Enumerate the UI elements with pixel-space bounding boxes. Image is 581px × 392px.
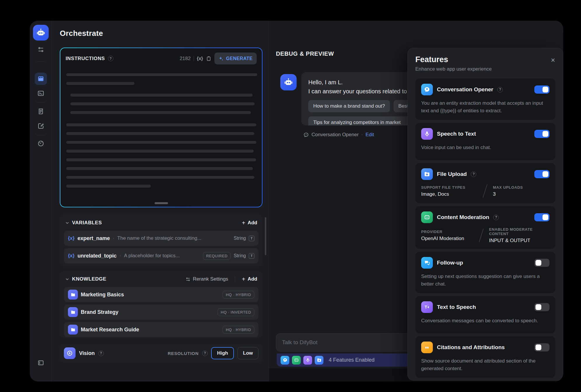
edit-opener-link[interactable]: Edit [365,132,374,138]
variable-description: A placeholder for topics... [124,253,180,259]
feature-description: Show source document and attributed sect… [421,357,550,372]
instructions-header: INSTRUCTIONS ? 2182 {x} GENERATE [60,48,262,67]
sidebar-item-monitoring[interactable] [35,137,47,150]
rail-divider [37,102,45,102]
collapse-sidebar-button[interactable] [35,357,47,369]
follow-up-toggle[interactable] [534,259,550,267]
stat-value: INPUT & OUTPUT [489,238,550,244]
resize-handle[interactable] [155,202,168,204]
sparkles-icon [218,56,224,61]
sidebar-item-logs[interactable] [35,105,47,118]
generate-button[interactable]: GENERATE [214,52,257,64]
citations-toggle[interactable] [534,343,550,351]
feature-card-speech-to-text: Speech to Text Voice input can be used i… [415,123,555,160]
help-icon[interactable]: ? [493,215,499,220]
char-count: 2182 [180,56,191,62]
text-to-speech-icon [421,301,433,313]
feature-title: File Upload [437,171,467,177]
knowledge-row[interactable]: Brand Strategy HQ · INVERTED [64,304,258,320]
speech-to-text-icon [303,356,312,365]
skeleton-line [66,141,256,144]
instructions-title: INSTRUCTIONS [66,56,105,62]
annotation-edit-icon [37,123,44,130]
suggestion-chip[interactable]: How to make a brand stand out? [308,100,390,112]
feature-description: Conversation messages can be converted t… [421,317,550,325]
resolution-low-button[interactable]: Low [237,347,258,359]
knowledge-name: Marketing Basics [81,292,124,298]
vision-section: Vision ? RESOLUTION ? High Low [60,344,262,362]
divider [235,276,235,282]
feature-card-file-upload: File Upload ? SUPPORT FILE TYPES Image, … [415,163,555,203]
rail-divider [37,61,45,62]
knowledge-row[interactable]: Market Research Guide HQ · HYBRID [64,322,258,337]
add-knowledge-button[interactable]: +Add [242,276,257,283]
instructions-editor[interactable]: INSTRUCTIONS ? 2182 {x} GENERATE [60,48,262,207]
feature-card-text-to-speech: Text to Speech Conversation messages can… [415,296,555,333]
stat-max-uploads: MAX UPLOADS 3 [493,185,523,197]
conversation-opener-toggle[interactable] [534,85,550,94]
sidebar-item-orchestrate[interactable] [35,73,47,85]
debug-preview-title: DEBUG & PREVIEW [276,50,334,57]
sidebar-item-terminal[interactable] [35,87,47,99]
variable-description: The name of the strategic consulting... [117,235,201,241]
add-label: Add [248,276,257,282]
opener-caption: Conversation Opener [312,132,359,138]
add-label: Add [248,220,257,226]
skeleton-line [66,132,254,135]
features-panel: Features Enhance web app user experience… [407,48,563,381]
monitoring-gauge-icon [37,140,44,147]
variable-icon[interactable]: {x} [197,56,203,61]
skeleton-line [66,123,256,126]
skeleton-line [66,176,254,179]
sidebar-item-model-settings[interactable] [35,43,47,56]
stat-value: 3 [493,191,523,197]
add-variable-button[interactable]: +Add [242,220,257,226]
terminal-icon [37,90,44,97]
orchestrate-window-icon [37,75,44,82]
chevron-down-icon[interactable] [65,221,69,225]
resolution-high-button[interactable]: High [211,347,234,359]
stat-support-file-types: SUPPORT FILE TYPES Image, Docs [421,185,485,197]
sidebar-item-annotations[interactable] [35,120,47,132]
feature-description: Voice input can be used in chat. [421,144,550,151]
help-icon[interactable]: ? [202,351,208,356]
robot-icon [36,28,46,38]
knowledge-folder-icon [68,290,78,300]
variable-name: expert_name [78,235,110,242]
config-scrollbar[interactable] [265,217,266,255]
retrieval-badge: HQ · INVERTED [218,308,254,316]
rerank-settings-button[interactable]: Rerank Settings [186,276,228,282]
clipboard-icon[interactable] [206,56,211,61]
variable-icon: {x} [68,253,75,259]
content-moderation-toggle[interactable] [534,213,550,221]
help-icon[interactable]: ? [98,351,104,356]
knowledge-header: KNOWLEDGE Rerank Settings +Add [64,274,258,285]
variable-type: String [234,236,246,241]
close-icon[interactable]: ✕ [551,57,555,64]
chevron-down-icon[interactable] [65,277,69,281]
help-icon[interactable]: ? [497,87,503,92]
file-upload-toggle[interactable] [534,170,550,178]
separator-dot: · [361,132,363,138]
variable-row[interactable]: {x} unrelated_topic · A placeholder for … [64,248,258,263]
resolution-label: RESOLUTION [168,351,199,356]
speech-to-text-toggle[interactable] [534,130,550,138]
features-panel-subtitle: Enhance web app user experience [415,66,555,72]
page-title: Orchestrate [60,29,103,38]
conversation-opener-icon [281,356,289,365]
help-icon[interactable]: ? [108,56,113,61]
app-logo[interactable] [33,25,49,41]
knowledge-row[interactable]: Marketing Basics HQ · HYBRID [64,287,258,302]
instructions-skeleton [60,73,262,188]
retrieval-badge: HQ · HYBRID [223,291,254,299]
instructions-panel: INSTRUCTIONS ? 2182 {x} GENERATE [60,48,262,207]
string-type-icon: T [249,236,254,241]
speech-to-text-icon [421,128,433,140]
variable-name: unrelated_topic [78,253,117,259]
file-upload-icon [421,168,433,180]
left-rail [30,21,52,382]
sliders-icon [186,277,190,282]
variable-row[interactable]: {x} expert_name · The name of the strate… [64,231,258,246]
text-to-speech-toggle[interactable] [534,303,550,311]
help-icon[interactable]: ? [471,172,476,177]
